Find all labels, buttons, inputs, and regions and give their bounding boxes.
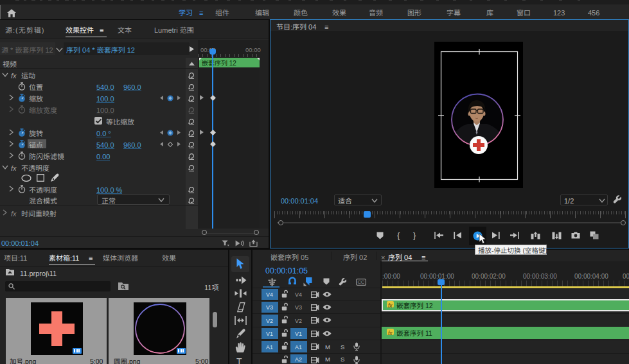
svg-text:CC: CC xyxy=(357,279,364,285)
